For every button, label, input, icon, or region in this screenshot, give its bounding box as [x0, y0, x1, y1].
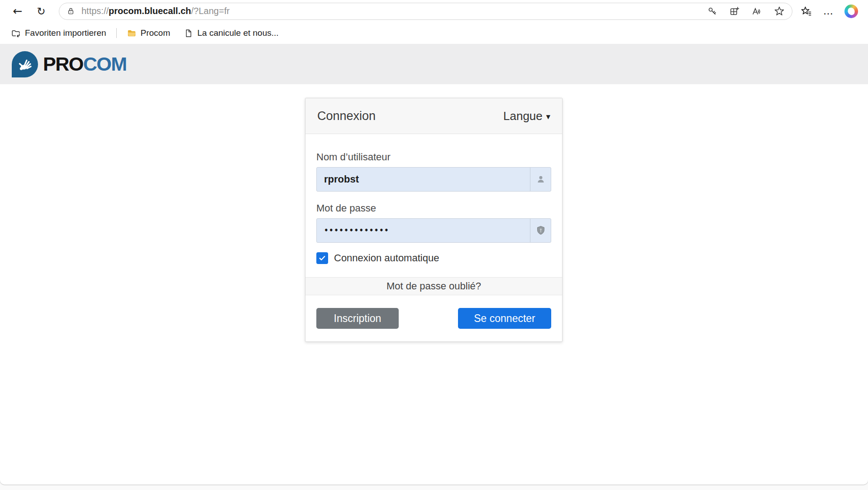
- url-text: https://procom.bluecall.ch/?Lang=fr: [81, 6, 229, 16]
- url-domain: procom.bluecall.ch: [109, 6, 191, 16]
- logo-text-pro: PRO: [43, 53, 83, 75]
- person-icon: [530, 168, 551, 191]
- bookmark-label: Procom: [141, 28, 170, 38]
- folder-icon: [127, 28, 137, 38]
- password-field-group: Mot de passe •••••••••••••: [316, 202, 551, 243]
- auto-login-checkbox[interactable]: [316, 252, 328, 264]
- import-favorites-icon: [11, 28, 21, 38]
- favorites-hub-icon[interactable]: [801, 5, 812, 17]
- bookmark-import-favorites[interactable]: Favoriten importieren: [11, 28, 106, 38]
- login-title: Connexion: [317, 109, 376, 123]
- copilot-icon[interactable]: [844, 5, 858, 18]
- forgot-password-strip: Mot de passe oublié?: [305, 277, 562, 295]
- page-icon: [184, 29, 193, 38]
- chevron-down-icon: ▼: [546, 114, 550, 120]
- split-screen-icon[interactable]: [729, 6, 739, 16]
- procom-logo: PROCOM: [12, 51, 127, 77]
- login-card: Connexion Langue ▼ Nom d’utilisateur rpr…: [305, 98, 563, 342]
- password-key-icon[interactable]: [707, 6, 717, 16]
- url-scheme: https://: [81, 6, 109, 16]
- password-input[interactable]: •••••••••••••: [316, 218, 551, 243]
- login-button[interactable]: Se connecter: [458, 308, 551, 329]
- favorite-star-icon[interactable]: [774, 6, 785, 17]
- language-dropdown-label: Langue: [503, 109, 543, 123]
- username-field-group: Nom d’utilisateur rprobst: [316, 151, 551, 192]
- procom-logo-mark-hands-icon: [12, 51, 38, 77]
- page-content: PROCOM Connexion Langue ▼ Nom d’utilisat…: [0, 44, 868, 485]
- site-header: PROCOM: [0, 44, 868, 84]
- read-aloud-icon[interactable]: [751, 6, 762, 17]
- forgot-password-link[interactable]: Mot de passe oublié?: [386, 280, 481, 292]
- username-label: Nom d’utilisateur: [316, 151, 551, 163]
- bookmarks-separator: [116, 28, 117, 38]
- checkmark-icon: [318, 254, 326, 262]
- refresh-icon[interactable]: ↻: [33, 3, 50, 20]
- login-card-body: Nom d’utilisateur rprobst Mot de passe •…: [305, 134, 562, 264]
- auto-login-label: Connexion automatique: [334, 252, 439, 264]
- language-dropdown[interactable]: Langue ▼: [503, 109, 550, 123]
- address-bar-actions: [707, 6, 785, 17]
- settings-menu-icon[interactable]: …: [823, 5, 834, 17]
- toolbar-right: …: [801, 5, 861, 18]
- procom-logo-text: PROCOM: [43, 53, 127, 75]
- register-button[interactable]: Inscription: [316, 308, 399, 329]
- logo-text-com: COM: [83, 53, 127, 75]
- url-path: /?Lang=fr: [191, 6, 229, 16]
- login-card-header: Connexion Langue ▼: [305, 98, 562, 134]
- bookmarks-bar: Favoriten importieren Procom La canicule…: [0, 22, 868, 44]
- username-input[interactable]: rprobst: [316, 167, 551, 192]
- bookmark-page-canicule[interactable]: La canicule et nous...: [184, 28, 279, 38]
- browser-toolbar: ← ↻ https://procom.bluecall.ch/?Lang=fr: [0, 0, 868, 22]
- bookmark-label: Favoriten importieren: [25, 28, 106, 38]
- bookmark-folder-procom[interactable]: Procom: [127, 28, 170, 38]
- lock-icon: [66, 6, 76, 16]
- login-card-footer: Inscription Se connecter: [305, 295, 562, 329]
- password-label: Mot de passe: [316, 202, 551, 214]
- username-value: rprobst: [317, 168, 530, 191]
- back-icon[interactable]: ←: [9, 3, 26, 20]
- auto-login-row[interactable]: Connexion automatique: [316, 252, 551, 264]
- address-bar[interactable]: https://procom.bluecall.ch/?Lang=fr: [59, 3, 792, 20]
- password-value: •••••••••••••: [317, 219, 530, 242]
- bookmark-label: La canicule et nous...: [197, 28, 279, 38]
- shield-icon[interactable]: [530, 219, 551, 242]
